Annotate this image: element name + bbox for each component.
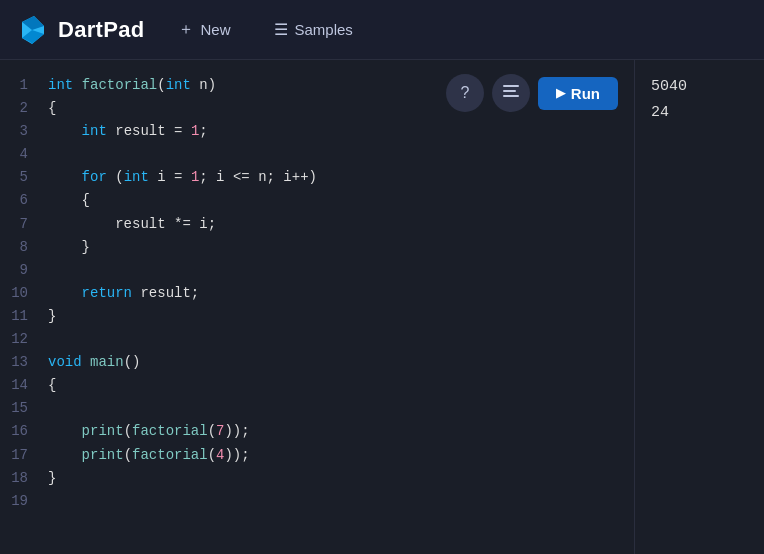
line-num: 2 <box>10 97 28 120</box>
help-button[interactable]: ? <box>446 74 484 112</box>
line-num: 4 <box>10 143 28 166</box>
editor-area: ? ▶ Run 1 2 3 4 <box>0 60 634 554</box>
run-label: Run <box>571 85 600 102</box>
editor-toolbar: ? ▶ Run <box>446 74 618 112</box>
code-content[interactable]: int factorial(int n) { int result = 1; f… <box>36 74 329 513</box>
line-num: 17 <box>10 444 28 467</box>
app-header: DartPad ＋ New ☰ Samples <box>0 0 764 60</box>
line-num: 8 <box>10 236 28 259</box>
line-num: 5 <box>10 166 28 189</box>
code-block: 1 2 3 4 5 6 7 8 9 10 11 12 13 14 15 16 1… <box>0 60 634 527</box>
format-button[interactable] <box>492 74 530 112</box>
line-numbers: 1 2 3 4 5 6 7 8 9 10 11 12 13 14 15 16 1… <box>0 74 36 513</box>
line-num: 9 <box>10 259 28 282</box>
line-num: 3 <box>10 120 28 143</box>
output-value-2: 24 <box>651 100 748 126</box>
help-icon: ? <box>460 84 469 102</box>
list-icon: ☰ <box>274 20 288 39</box>
output-value-1: 5040 <box>651 74 748 100</box>
line-num: 11 <box>10 305 28 328</box>
app-title: DartPad <box>58 17 144 43</box>
format-icon <box>502 82 520 104</box>
line-num: 6 <box>10 189 28 212</box>
new-label: New <box>200 21 230 38</box>
play-icon: ▶ <box>556 86 565 100</box>
line-num: 18 <box>10 467 28 490</box>
line-num: 1 <box>10 74 28 97</box>
line-num: 14 <box>10 374 28 397</box>
dart-logo-icon <box>16 14 48 46</box>
line-num: 15 <box>10 397 28 420</box>
run-button[interactable]: ▶ Run <box>538 77 618 110</box>
samples-button[interactable]: ☰ Samples <box>264 14 362 45</box>
line-num: 7 <box>10 213 28 236</box>
output-panel: 5040 24 <box>634 60 764 554</box>
line-num: 12 <box>10 328 28 351</box>
line-num: 13 <box>10 351 28 374</box>
line-num: 16 <box>10 420 28 443</box>
line-num: 10 <box>10 282 28 305</box>
line-num: 19 <box>10 490 28 513</box>
logo-area: DartPad <box>16 14 144 46</box>
main-content: ? ▶ Run 1 2 3 4 <box>0 60 764 554</box>
samples-label: Samples <box>294 21 352 38</box>
new-button[interactable]: ＋ New <box>168 13 240 46</box>
plus-icon: ＋ <box>178 19 194 40</box>
